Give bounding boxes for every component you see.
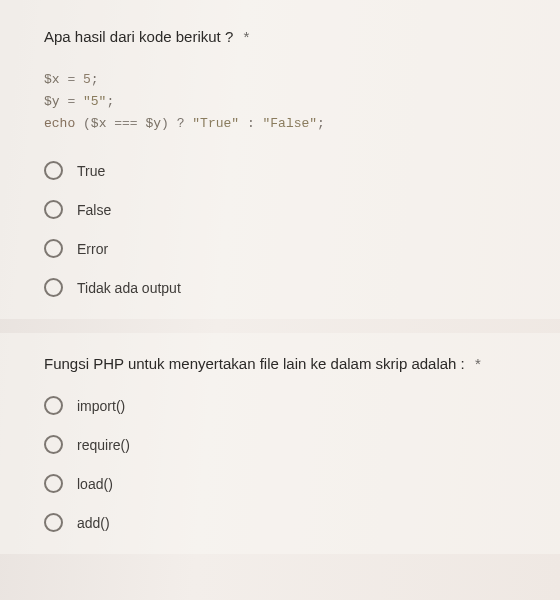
option-false[interactable]: False	[44, 200, 516, 219]
form-page: Apa hasil dari kode berikut ? * $x = 5; …	[0, 0, 560, 600]
option-label: False	[77, 202, 111, 218]
question-card-2: Fungsi PHP untuk menyertakan file lain k…	[0, 333, 560, 554]
radio-icon	[44, 200, 63, 219]
option-label: load()	[77, 476, 113, 492]
code-line-2: $y = "5";	[44, 91, 516, 113]
option-label: require()	[77, 437, 130, 453]
question-text: Apa hasil dari kode berikut ?	[44, 28, 233, 45]
radio-icon	[44, 278, 63, 297]
radio-icon	[44, 513, 63, 532]
question-card-1: Apa hasil dari kode berikut ? * $x = 5; …	[0, 0, 560, 319]
option-label: Error	[77, 241, 108, 257]
radio-icon	[44, 396, 63, 415]
radio-icon	[44, 239, 63, 258]
option-load[interactable]: load()	[44, 474, 516, 493]
options-group-2: import() require() load() add()	[44, 396, 516, 532]
radio-icon	[44, 435, 63, 454]
option-label: import()	[77, 398, 125, 414]
option-label: Tidak ada output	[77, 280, 181, 296]
options-group-1: True False Error Tidak ada output	[44, 161, 516, 297]
radio-icon	[44, 161, 63, 180]
option-label: True	[77, 163, 105, 179]
option-add[interactable]: add()	[44, 513, 516, 532]
code-line-3: echo ($x === $y) ? "True" : "False";	[44, 113, 516, 135]
question-title: Fungsi PHP untuk menyertakan file lain k…	[44, 353, 516, 374]
code-block: $x = 5; $y = "5"; echo ($x === $y) ? "Tr…	[44, 69, 516, 135]
option-no-output[interactable]: Tidak ada output	[44, 278, 516, 297]
option-true[interactable]: True	[44, 161, 516, 180]
option-import[interactable]: import()	[44, 396, 516, 415]
radio-icon	[44, 474, 63, 493]
required-mark: *	[475, 355, 481, 372]
option-label: add()	[77, 515, 110, 531]
question-title: Apa hasil dari kode berikut ? *	[44, 26, 516, 47]
required-mark: *	[243, 28, 249, 45]
option-error[interactable]: Error	[44, 239, 516, 258]
question-text: Fungsi PHP untuk menyertakan file lain k…	[44, 355, 465, 372]
option-require[interactable]: require()	[44, 435, 516, 454]
code-line-1: $x = 5;	[44, 69, 516, 91]
